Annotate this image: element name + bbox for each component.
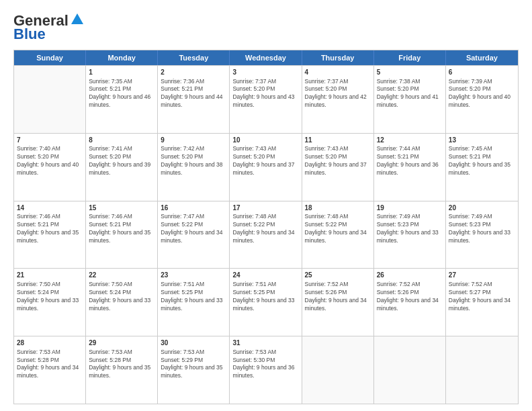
cell-info: Sunrise: 7:52 AMSunset: 5:26 PMDaylight:… — [377, 281, 443, 313]
weekday-header: Monday — [86, 50, 158, 65]
calendar-header: SundayMondayTuesdayWednesdayThursdayFrid… — [14, 50, 518, 65]
day-number: 17 — [232, 203, 298, 213]
calendar-cell — [446, 336, 518, 404]
day-number: 20 — [449, 203, 515, 213]
weekday-header: Friday — [374, 50, 446, 65]
calendar-cell: 29Sunrise: 7:53 AMSunset: 5:28 PMDayligh… — [86, 336, 158, 404]
calendar-cell — [14, 66, 86, 133]
day-number: 19 — [377, 203, 443, 213]
calendar-cell: 22Sunrise: 7:50 AMSunset: 5:24 PMDayligh… — [86, 269, 158, 336]
calendar-cell: 11Sunrise: 7:43 AMSunset: 5:20 PMDayligh… — [302, 134, 374, 201]
header: General Blue — [13, 12, 519, 43]
day-number: 16 — [161, 203, 226, 213]
logo-blue: Blue — [13, 26, 46, 43]
cell-info: Sunrise: 7:49 AMSunset: 5:23 PMDaylight:… — [377, 213, 443, 245]
day-number: 27 — [449, 271, 515, 280]
calendar-week-row: 28Sunrise: 7:53 AMSunset: 5:28 PMDayligh… — [14, 336, 518, 404]
day-number: 5 — [377, 68, 443, 77]
calendar-cell: 31Sunrise: 7:53 AMSunset: 5:30 PMDayligh… — [230, 336, 302, 404]
calendar-week-row: 14Sunrise: 7:46 AMSunset: 5:21 PMDayligh… — [14, 201, 518, 269]
weekday-header: Saturday — [446, 50, 518, 65]
calendar-week-row: 7Sunrise: 7:40 AMSunset: 5:20 PMDaylight… — [14, 133, 518, 201]
day-number: 14 — [17, 203, 83, 213]
calendar-cell: 1Sunrise: 7:35 AMSunset: 5:21 PMDaylight… — [86, 66, 158, 133]
day-number: 10 — [232, 136, 298, 145]
cell-info: Sunrise: 7:46 AMSunset: 5:21 PMDaylight:… — [89, 213, 154, 245]
day-number: 28 — [17, 338, 83, 348]
day-number: 4 — [305, 68, 371, 77]
day-number: 21 — [17, 271, 83, 280]
calendar-cell: 7Sunrise: 7:40 AMSunset: 5:20 PMDaylight… — [14, 134, 86, 201]
calendar-cell: 23Sunrise: 7:51 AMSunset: 5:25 PMDayligh… — [158, 269, 230, 336]
cell-info: Sunrise: 7:50 AMSunset: 5:24 PMDaylight:… — [17, 281, 83, 313]
calendar-cell: 21Sunrise: 7:50 AMSunset: 5:24 PMDayligh… — [14, 269, 86, 336]
weekday-header: Wednesday — [230, 50, 302, 65]
day-number: 12 — [377, 136, 443, 145]
cell-info: Sunrise: 7:41 AMSunset: 5:20 PMDaylight:… — [89, 145, 154, 177]
calendar-week-row: 1Sunrise: 7:35 AMSunset: 5:21 PMDaylight… — [14, 65, 518, 133]
calendar-cell: 24Sunrise: 7:51 AMSunset: 5:25 PMDayligh… — [230, 269, 302, 336]
calendar-cell — [302, 336, 374, 404]
cell-info: Sunrise: 7:52 AMSunset: 5:27 PMDaylight:… — [449, 281, 515, 313]
calendar-cell: 13Sunrise: 7:45 AMSunset: 5:21 PMDayligh… — [446, 134, 518, 201]
day-number: 3 — [232, 68, 298, 77]
day-number: 1 — [89, 68, 154, 77]
weekday-header: Thursday — [302, 50, 374, 65]
cell-info: Sunrise: 7:37 AMSunset: 5:20 PMDaylight:… — [305, 78, 371, 110]
calendar-cell: 27Sunrise: 7:52 AMSunset: 5:27 PMDayligh… — [446, 269, 518, 336]
cell-info: Sunrise: 7:53 AMSunset: 5:30 PMDaylight:… — [232, 349, 298, 381]
page: General Blue SundayMondayTuesdayWednesda… — [0, 0, 532, 411]
calendar-cell: 30Sunrise: 7:53 AMSunset: 5:29 PMDayligh… — [158, 336, 230, 404]
day-number: 13 — [449, 136, 515, 145]
calendar-cell: 6Sunrise: 7:39 AMSunset: 5:20 PMDaylight… — [446, 66, 518, 133]
day-number: 18 — [305, 203, 371, 213]
cell-info: Sunrise: 7:53 AMSunset: 5:29 PMDaylight:… — [161, 349, 226, 381]
calendar-cell: 26Sunrise: 7:52 AMSunset: 5:26 PMDayligh… — [374, 269, 446, 336]
cell-info: Sunrise: 7:52 AMSunset: 5:26 PMDaylight:… — [305, 281, 371, 313]
day-number: 30 — [161, 338, 226, 348]
calendar-cell: 16Sunrise: 7:47 AMSunset: 5:22 PMDayligh… — [158, 201, 230, 269]
weekday-header: Tuesday — [158, 50, 230, 65]
cell-info: Sunrise: 7:43 AMSunset: 5:20 PMDaylight:… — [232, 145, 298, 177]
cell-info: Sunrise: 7:42 AMSunset: 5:20 PMDaylight:… — [161, 145, 226, 177]
day-number: 22 — [89, 271, 154, 280]
day-number: 26 — [377, 271, 443, 280]
calendar-cell: 17Sunrise: 7:48 AMSunset: 5:22 PMDayligh… — [230, 201, 302, 269]
day-number: 23 — [161, 271, 226, 280]
day-number: 29 — [89, 338, 154, 348]
cell-info: Sunrise: 7:53 AMSunset: 5:28 PMDaylight:… — [89, 349, 154, 381]
calendar-cell: 25Sunrise: 7:52 AMSunset: 5:26 PMDayligh… — [302, 269, 374, 336]
cell-info: Sunrise: 7:51 AMSunset: 5:25 PMDaylight:… — [161, 281, 226, 313]
day-number: 2 — [161, 68, 226, 77]
calendar-cell: 9Sunrise: 7:42 AMSunset: 5:20 PMDaylight… — [158, 134, 230, 201]
cell-info: Sunrise: 7:48 AMSunset: 5:22 PMDaylight:… — [232, 213, 298, 245]
calendar-cell: 2Sunrise: 7:36 AMSunset: 5:21 PMDaylight… — [158, 66, 230, 133]
svg-marker-0 — [71, 13, 83, 24]
calendar-cell: 15Sunrise: 7:46 AMSunset: 5:21 PMDayligh… — [86, 201, 158, 269]
cell-info: Sunrise: 7:48 AMSunset: 5:22 PMDaylight:… — [305, 213, 371, 245]
cell-info: Sunrise: 7:39 AMSunset: 5:20 PMDaylight:… — [449, 78, 515, 110]
cell-info: Sunrise: 7:47 AMSunset: 5:22 PMDaylight:… — [161, 213, 226, 245]
calendar-cell: 18Sunrise: 7:48 AMSunset: 5:22 PMDayligh… — [302, 201, 374, 269]
cell-info: Sunrise: 7:46 AMSunset: 5:21 PMDaylight:… — [17, 213, 83, 245]
calendar-cell: 5Sunrise: 7:38 AMSunset: 5:20 PMDaylight… — [374, 66, 446, 133]
logo: General Blue — [13, 12, 85, 43]
cell-info: Sunrise: 7:49 AMSunset: 5:23 PMDaylight:… — [449, 213, 515, 245]
cell-info: Sunrise: 7:40 AMSunset: 5:20 PMDaylight:… — [17, 145, 83, 177]
calendar-body: 1Sunrise: 7:35 AMSunset: 5:21 PMDaylight… — [14, 65, 518, 404]
cell-info: Sunrise: 7:53 AMSunset: 5:28 PMDaylight:… — [17, 349, 83, 381]
calendar-cell: 8Sunrise: 7:41 AMSunset: 5:20 PMDaylight… — [86, 134, 158, 201]
cell-info: Sunrise: 7:51 AMSunset: 5:25 PMDaylight:… — [232, 281, 298, 313]
calendar-cell: 19Sunrise: 7:49 AMSunset: 5:23 PMDayligh… — [374, 201, 446, 269]
day-number: 15 — [89, 203, 154, 213]
cell-info: Sunrise: 7:50 AMSunset: 5:24 PMDaylight:… — [89, 281, 154, 313]
calendar-cell: 14Sunrise: 7:46 AMSunset: 5:21 PMDayligh… — [14, 201, 86, 269]
day-number: 25 — [305, 271, 371, 280]
calendar-cell: 20Sunrise: 7:49 AMSunset: 5:23 PMDayligh… — [446, 201, 518, 269]
calendar-cell: 10Sunrise: 7:43 AMSunset: 5:20 PMDayligh… — [230, 134, 302, 201]
cell-info: Sunrise: 7:35 AMSunset: 5:21 PMDaylight:… — [89, 78, 154, 110]
day-number: 11 — [305, 136, 371, 145]
cell-info: Sunrise: 7:44 AMSunset: 5:21 PMDaylight:… — [377, 145, 443, 177]
calendar-cell: 12Sunrise: 7:44 AMSunset: 5:21 PMDayligh… — [374, 134, 446, 201]
day-number: 31 — [232, 338, 298, 348]
